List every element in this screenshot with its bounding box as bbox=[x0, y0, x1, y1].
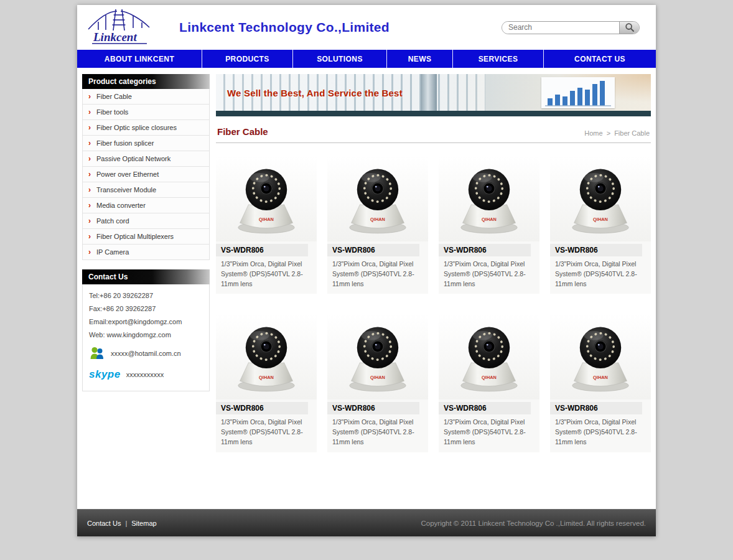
skype-logo: skype bbox=[89, 368, 121, 381]
category-item[interactable]: › Transceiver Module bbox=[83, 182, 209, 198]
product-grid: VS-WDR806 1/3"Pixim Orca, Digital Pixel … bbox=[216, 156, 651, 452]
category-item[interactable]: › Passive Optical Network bbox=[83, 151, 209, 167]
product-name[interactable]: VS-WDR806 bbox=[327, 244, 419, 256]
product-name[interactable]: VS-WDR806 bbox=[550, 402, 642, 414]
main-nav: ABOUT LINKCENT PRODUCTS SOLUTIONS NEWS S… bbox=[77, 50, 656, 68]
skype-row: skype xxxxxxxxxxx bbox=[89, 368, 203, 381]
category-item[interactable]: › Patch cord bbox=[83, 213, 209, 229]
category-item[interactable]: › Fiber fusion splicer bbox=[83, 136, 209, 151]
search-icon bbox=[625, 22, 635, 32]
category-item[interactable]: › Fiber Cable bbox=[83, 89, 209, 105]
banner-laptop-chart bbox=[541, 77, 615, 108]
product-name[interactable]: VS-WDR806 bbox=[216, 402, 308, 414]
product-card: VS-WDR806 1/3"Pixim Orca, Digital Pixel … bbox=[216, 314, 317, 452]
product-description: 1/3"Pixim Orca, Digital Pixel System® (D… bbox=[439, 259, 539, 289]
product-description: 1/3"Pixim Orca, Digital Pixel System® (D… bbox=[550, 259, 651, 289]
hero-banner: We Sell the Best, And Service the Best bbox=[216, 74, 651, 116]
main-panel: We Sell the Best, And Service the Best F… bbox=[216, 74, 651, 452]
product-image[interactable] bbox=[550, 156, 651, 241]
product-image[interactable] bbox=[550, 314, 651, 399]
search-button[interactable] bbox=[619, 22, 639, 34]
logo-text: Linkcent bbox=[93, 30, 137, 44]
category-label: Media converter bbox=[96, 202, 146, 209]
title-row: Fiber Cable Home > Fiber Cable bbox=[216, 119, 651, 143]
page-title: Fiber Cable bbox=[217, 126, 268, 137]
site-header: Linkcent Linkcent Technology Co.,Limited bbox=[77, 5, 656, 50]
skype-id: xxxxxxxxxxx bbox=[126, 371, 164, 378]
chevron-right-icon: › bbox=[88, 186, 91, 194]
product-image[interactable] bbox=[439, 314, 539, 399]
category-item[interactable]: › Fiber tools bbox=[83, 105, 209, 120]
site-footer: Contact Us | Sitemap Copyright © 2011 Li… bbox=[77, 509, 656, 536]
product-name[interactable]: VS-WDR806 bbox=[550, 244, 642, 256]
nav-item[interactable]: PRODUCTS bbox=[202, 50, 292, 68]
chevron-right-icon: › bbox=[88, 248, 91, 256]
dome-camera-image bbox=[340, 163, 415, 235]
banner-slogan: We Sell the Best, And Service the Best bbox=[227, 88, 403, 98]
msn-messenger-icon bbox=[89, 346, 105, 361]
company-name: Linkcent Technology Co.,Limited bbox=[179, 20, 390, 35]
product-name[interactable]: VS-WDR806 bbox=[439, 244, 531, 256]
product-card: VS-WDR806 1/3"Pixim Orca, Digital Pixel … bbox=[550, 156, 651, 294]
company-logo[interactable]: Linkcent bbox=[85, 7, 158, 48]
banner-desk-decoration bbox=[216, 111, 651, 116]
chevron-right-icon: › bbox=[88, 202, 91, 209]
breadcrumb-separator: > bbox=[607, 129, 610, 137]
dome-camera-image bbox=[563, 163, 638, 235]
category-label: Transceiver Module bbox=[96, 186, 156, 194]
contact-email: Email:export@kingdomgz.com bbox=[89, 318, 203, 325]
product-card: VS-WDR806 1/3"Pixim Orca, Digital Pixel … bbox=[439, 156, 539, 294]
nav-item[interactable]: ABOUT LINKCENT bbox=[77, 50, 202, 68]
nav-item[interactable]: NEWS bbox=[386, 50, 452, 68]
dome-camera-image bbox=[452, 321, 526, 393]
category-item[interactable]: › Fiber Optical Multiplexers bbox=[83, 229, 209, 245]
product-card: VS-WDR806 1/3"Pixim Orca, Digital Pixel … bbox=[439, 314, 539, 452]
chevron-right-icon: › bbox=[88, 139, 91, 147]
product-card: VS-WDR806 1/3"Pixim Orca, Digital Pixel … bbox=[216, 156, 317, 294]
product-image[interactable] bbox=[327, 156, 428, 241]
product-card: VS-WDR806 1/3"Pixim Orca, Digital Pixel … bbox=[327, 314, 428, 452]
site-container: Linkcent Linkcent Technology Co.,Limited… bbox=[77, 5, 656, 536]
search-input[interactable] bbox=[502, 22, 619, 34]
product-name[interactable]: VS-WDR806 bbox=[327, 402, 419, 414]
category-item[interactable]: › IP Camera bbox=[83, 245, 209, 259]
category-label: Fiber Optical Multiplexers bbox=[96, 233, 174, 240]
content-area: Product categories › Fiber Cable › Fiber… bbox=[77, 68, 656, 509]
category-item[interactable]: › Power over Ethernet bbox=[83, 167, 209, 182]
chevron-right-icon: › bbox=[88, 233, 91, 240]
chevron-right-icon: › bbox=[88, 170, 91, 178]
category-item[interactable]: › Fiber Optic splice closures bbox=[83, 120, 209, 136]
nav-item[interactable]: CONTACT US bbox=[543, 50, 656, 68]
nav-item[interactable]: SERVICES bbox=[452, 50, 543, 68]
chevron-right-icon: › bbox=[88, 217, 91, 225]
product-image[interactable] bbox=[216, 156, 317, 241]
product-image[interactable] bbox=[439, 156, 539, 241]
category-label: Fiber Optic splice closures bbox=[96, 124, 177, 131]
dome-camera-image bbox=[452, 163, 526, 235]
product-image[interactable] bbox=[216, 314, 317, 399]
footer-separator: | bbox=[125, 520, 127, 527]
breadcrumb: Home > Fiber Cable bbox=[582, 129, 650, 137]
product-description: 1/3"Pixim Orca, Digital Pixel System® (D… bbox=[327, 259, 428, 289]
dome-camera-image bbox=[229, 321, 304, 393]
dome-camera-image bbox=[229, 163, 304, 235]
product-description: 1/3"Pixim Orca, Digital Pixel System® (D… bbox=[216, 259, 317, 289]
category-item[interactable]: › Media converter bbox=[83, 198, 209, 213]
category-label: Patch cord bbox=[96, 217, 129, 225]
product-name[interactable]: VS-WDR806 bbox=[439, 402, 531, 414]
category-label: Fiber fusion splicer bbox=[96, 139, 154, 147]
product-image[interactable] bbox=[327, 314, 428, 399]
bar-chart-icon bbox=[541, 77, 615, 108]
footer-link-sitemap[interactable]: Sitemap bbox=[131, 520, 156, 527]
category-label: Power over Ethernet bbox=[96, 170, 159, 178]
dome-camera-image bbox=[563, 321, 638, 393]
nav-item[interactable]: SOLUTIONS bbox=[292, 50, 386, 68]
footer-link-contact[interactable]: Contact Us bbox=[87, 520, 121, 527]
product-card: VS-WDR806 1/3"Pixim Orca, Digital Pixel … bbox=[550, 314, 651, 452]
chevron-right-icon: › bbox=[88, 108, 91, 116]
breadcrumb-home[interactable]: Home bbox=[584, 129, 602, 137]
product-name[interactable]: VS-WDR806 bbox=[216, 244, 308, 256]
copyright-text: Copyright © 2011 Linkcent Technology Co … bbox=[421, 520, 646, 527]
contact-fax: Fax:+86 20 39262287 bbox=[89, 305, 203, 312]
chevron-right-icon: › bbox=[88, 155, 91, 162]
